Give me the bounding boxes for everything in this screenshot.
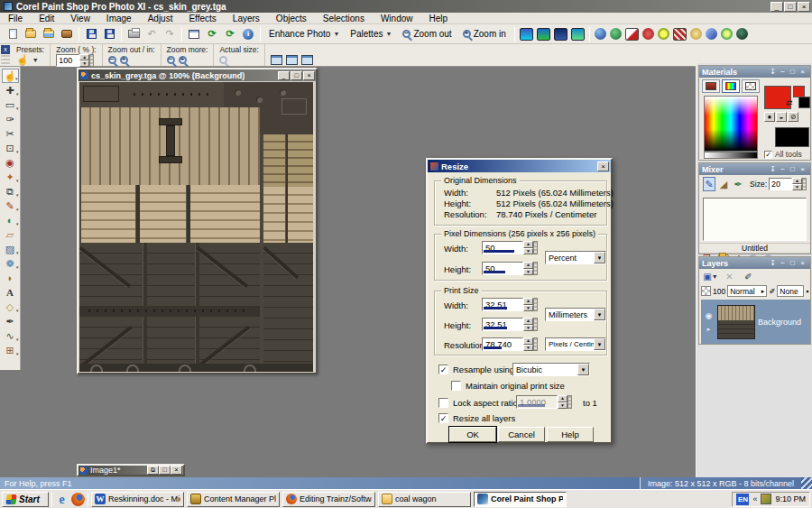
- duplicate-window-button[interactable]: [185, 26, 203, 42]
- update-fix-button[interactable]: ⟳: [203, 26, 221, 42]
- background-color-swatch[interactable]: [775, 127, 809, 147]
- mixer-size-value[interactable]: 20: [769, 178, 792, 190]
- zoom-out-more-button[interactable]: −: [167, 56, 175, 64]
- task-browser-trainz[interactable]: Editing Trainz/Software ...: [282, 492, 375, 507]
- move-tool[interactable]: ✚▾: [2, 83, 19, 97]
- cancel-button[interactable]: Cancel: [498, 427, 545, 442]
- dropper-tool[interactable]: ✑: [2, 112, 19, 126]
- menu-edit[interactable]: Edit: [31, 14, 62, 23]
- crop-tool[interactable]: ✂: [2, 126, 19, 141]
- mixer-size-spinner[interactable]: 20 ▲▼: [769, 178, 807, 190]
- print-unit-dropdown[interactable]: Millimeters ▼: [545, 308, 606, 321]
- menu-image[interactable]: Image: [98, 14, 140, 23]
- edit-selection-button[interactable]: ✐: [741, 270, 756, 282]
- image-canvas[interactable]: [79, 82, 313, 372]
- pin-icon[interactable]: ↧: [768, 259, 778, 267]
- minimize-panel-icon[interactable]: −: [778, 68, 788, 76]
- minimized-image-window[interactable]: Image1* ⧉ □ ×: [77, 464, 185, 476]
- image-window-title-bar[interactable]: cs_skin_grey.tga @ 100% (Background) _ □…: [78, 69, 316, 81]
- restore-button[interactable]: ⧉: [147, 466, 159, 475]
- layer-visibility-icon[interactable]: ◉: [706, 311, 713, 320]
- actual-size-button[interactable]: [219, 56, 227, 64]
- ok-button[interactable]: OK: [449, 427, 496, 442]
- resize-dialog-close-button[interactable]: ×: [597, 162, 609, 171]
- materials-swatches-tab[interactable]: [742, 79, 760, 93]
- globe-icon[interactable]: [610, 28, 622, 40]
- mesh-warp-tool[interactable]: ⊞▾: [2, 343, 19, 357]
- refresh-button[interactable]: ⟳: [221, 26, 239, 42]
- float-panel-icon[interactable]: □: [788, 68, 798, 76]
- zoom-percent-value[interactable]: 100: [56, 54, 79, 67]
- pixel-height-field[interactable]: 50 ▲▼: [482, 262, 538, 275]
- close-panel-icon[interactable]: ×: [798, 259, 807, 267]
- internet-explorer-icon[interactable]: e: [55, 493, 69, 506]
- spin-down-icon[interactable]: ▼: [79, 60, 89, 67]
- save-as-button[interactable]: [100, 26, 118, 42]
- float-panel-icon[interactable]: □: [788, 165, 798, 173]
- spin-slider-handle[interactable]: [533, 298, 538, 311]
- materials-title-bar[interactable]: Materials ↧ − □ ×: [699, 66, 810, 78]
- materials-frame-tab[interactable]: [702, 79, 720, 93]
- color-changer-tool[interactable]: ◐▾: [2, 213, 19, 227]
- dropdown-arrow-icon[interactable]: ▼: [577, 364, 589, 375]
- resample-method-dropdown[interactable]: Bicubic ▼: [512, 363, 590, 376]
- close-panel-icon[interactable]: ×: [798, 165, 807, 173]
- resolution-unit-dropdown[interactable]: Pixels / Centimeter ▼: [545, 337, 606, 351]
- resample-checkbox[interactable]: ✓: [438, 365, 448, 374]
- spin-slider-handle[interactable]: [802, 178, 807, 190]
- pixel-unit-dropdown[interactable]: Percent ▼: [545, 251, 606, 264]
- script-edit-icon[interactable]: [554, 28, 567, 41]
- picture-tube-tool[interactable]: ❁▾: [2, 256, 19, 271]
- start-button[interactable]: Start: [2, 492, 49, 507]
- red-eye-tool[interactable]: ◉: [2, 155, 19, 170]
- color-picker-map[interactable]: [704, 96, 758, 152]
- blend-mode-dropdown[interactable]: Normal ▸: [727, 285, 767, 297]
- float-panel-icon[interactable]: □: [788, 259, 798, 267]
- image-minimize-button[interactable]: _: [278, 71, 290, 80]
- menu-view[interactable]: View: [62, 14, 98, 23]
- info-button[interactable]: i: [239, 26, 257, 42]
- enhance-photo-button[interactable]: Enhance Photo ▼: [263, 26, 345, 42]
- close-button[interactable]: ×: [171, 466, 182, 475]
- pick-tool[interactable]: ⊡▾: [2, 141, 19, 155]
- zoom-out-once-button[interactable]: −: [108, 56, 116, 64]
- zoom-in-button[interactable]: + Zoom in: [457, 26, 512, 42]
- image-close-button[interactable]: ×: [303, 71, 315, 80]
- text-tool[interactable]: A: [2, 285, 19, 300]
- resize-dialog-title-bar[interactable]: Resize ×: [428, 160, 611, 172]
- warp-brush-tool[interactable]: ∿▾: [2, 328, 19, 343]
- script-run-icon[interactable]: [537, 28, 550, 41]
- lock-aspect-field[interactable]: 1.0000 ▲▼: [516, 395, 572, 409]
- fg-color-style-button[interactable]: ●: [764, 112, 775, 122]
- full-screen-button[interactable]: [301, 55, 313, 65]
- close-palette-button[interactable]: x: [1, 45, 10, 54]
- lock-icon[interactable]: ▪: [806, 287, 808, 296]
- print-width-field[interactable]: 32.51 ▲▼: [482, 298, 538, 311]
- save-button[interactable]: [82, 26, 100, 42]
- swap-colors-icon[interactable]: ⇄: [786, 98, 793, 107]
- weave-icon[interactable]: [673, 28, 687, 41]
- selection-tool[interactable]: ▭▾: [2, 97, 19, 112]
- ring-icon[interactable]: [658, 28, 669, 40]
- menu-objects[interactable]: Objects: [268, 14, 315, 23]
- tray-chevron-icon[interactable]: «: [752, 494, 757, 503]
- task-paint-shop-pro[interactable]: Corel Paint Shop Pro ...: [474, 492, 567, 507]
- dropdown-arrow-icon[interactable]: ▼: [594, 338, 605, 350]
- clone-brush-tool[interactable]: ⧉▾: [2, 184, 19, 199]
- layers-title-bar[interactable]: Layers ↧ − □ ×: [699, 257, 810, 269]
- resize-grip[interactable]: [801, 477, 812, 489]
- mixer-canvas[interactable]: [703, 198, 807, 241]
- eraser-tool[interactable]: ▱: [2, 227, 19, 242]
- zoom-percent-spinner[interactable]: 100 ▲ ▼: [56, 54, 94, 67]
- mixer-pen-tool[interactable]: ✒: [732, 177, 744, 191]
- zoom-out-button[interactable]: − Zoom out: [397, 26, 457, 42]
- firefox-icon[interactable]: [71, 493, 85, 506]
- redo-button[interactable]: ↷: [161, 26, 179, 42]
- screen-icon[interactable]: [520, 28, 533, 41]
- stamp-icon[interactable]: [642, 28, 654, 40]
- maintain-print-size-checkbox[interactable]: [451, 381, 461, 391]
- new-file-button[interactable]: [4, 26, 22, 42]
- link-set-dropdown[interactable]: None: [777, 285, 804, 297]
- sunburst-icon[interactable]: [721, 28, 733, 40]
- layer-row-background[interactable]: ◉ ▸ Background: [701, 300, 810, 344]
